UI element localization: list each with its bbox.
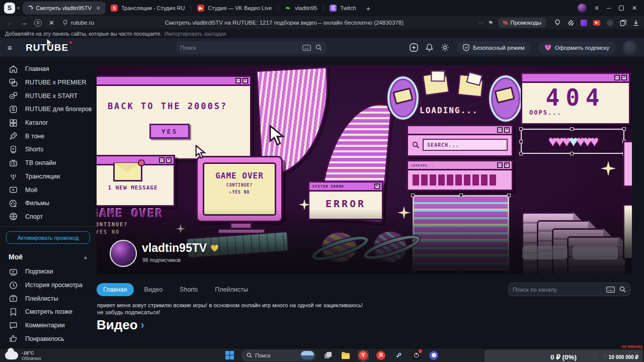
search-icon[interactable] xyxy=(619,286,626,293)
site-search-input[interactable]: Поиск xyxy=(176,41,326,54)
playlists-icon xyxy=(9,294,18,303)
sidebar-item-movies[interactable]: Фильмы xyxy=(0,197,97,210)
donation-progress-bar: 0 ₽ (0%) 10 000 000 ₽ xyxy=(485,350,642,362)
activate-promocode-button[interactable]: Активировать промокод xyxy=(6,231,90,244)
mirror-sticker-art xyxy=(387,76,419,120)
tab-playlists[interactable]: Плейлисты xyxy=(208,283,254,296)
promo-codes-button[interactable]: % Промокоды xyxy=(498,18,546,28)
site-badge-icon[interactable] xyxy=(62,20,68,26)
tab-shorts[interactable]: Shorts xyxy=(173,283,204,296)
sidebar-item-catalog[interactable]: Каталог xyxy=(0,116,97,130)
bookmarks-bar: Добавляйте на эту панель сайты, которые … xyxy=(0,29,644,38)
sidebar-item-subscriptions[interactable]: Подписки xyxy=(0,265,97,279)
file-explorer-button[interactable] xyxy=(340,350,351,361)
browser-logo-icon[interactable]: S xyxy=(34,19,42,27)
sidebar-item-streams[interactable]: Трансляции xyxy=(0,170,97,184)
minimize-window-icon[interactable]: ─ xyxy=(606,5,611,12)
browser-tab[interactable]: S Трансляции - Студия RU xyxy=(106,2,190,15)
sidebar-item-mine[interactable]: Моё xyxy=(0,183,97,197)
more-options-icon[interactable]: ⋯ xyxy=(478,19,485,26)
tab-videos[interactable]: Видео xyxy=(138,283,170,296)
gradient-heart-icon xyxy=(544,44,551,51)
sidebar-my-section-header[interactable]: Моё ▲ xyxy=(9,253,88,261)
notifications-bell-icon[interactable] xyxy=(426,43,433,52)
import-bookmarks-link[interactable]: Импортировать закладки xyxy=(164,31,225,37)
sidebar-item-history[interactable]: История просмотра xyxy=(0,279,97,292)
banner-2000s-text: BACK TO THE 2000S? xyxy=(97,101,250,111)
weather-widget[interactable]: -18°C Облачно xyxy=(0,350,96,361)
sidebar-item-bloggers[interactable]: RUTUBE для блогеров xyxy=(0,103,97,116)
extension-hatch-icon[interactable] xyxy=(567,19,575,27)
theme-toggle-sun-icon[interactable] xyxy=(441,43,449,52)
yandex-search-button[interactable]: Я xyxy=(375,350,386,361)
subscribe-button[interactable]: Оформить подписку xyxy=(538,41,615,54)
close-window-icon[interactable]: ✕ xyxy=(632,5,637,12)
browser-tab[interactable]: ᗧ Twitch xyxy=(325,2,361,15)
sidebar-item-sport[interactable]: Спорт xyxy=(0,210,97,224)
tv-icon xyxy=(9,158,18,168)
browser-tab[interactable]: ❧ vladtin95 xyxy=(279,2,322,15)
forward-icon[interactable]: → xyxy=(21,19,27,27)
sidebar-item-watch-later[interactable]: Смотреть позже xyxy=(0,305,97,319)
taskbar-search-input[interactable]: Поиск xyxy=(242,350,316,361)
folder-sticker-art xyxy=(423,75,450,97)
restore-window-icon[interactable] xyxy=(619,6,624,11)
back-icon[interactable]: ← xyxy=(7,19,14,27)
downloads-icon[interactable] xyxy=(632,19,640,27)
loading-action-button[interactable] xyxy=(522,246,568,259)
extension-bulb-icon[interactable] xyxy=(553,19,561,27)
extension-purple-icon[interactable] xyxy=(580,19,588,27)
bookmark-flag-icon[interactable]: ⚑ xyxy=(488,20,493,26)
hamburger-menu-icon[interactable]: ≡ xyxy=(8,43,17,52)
tab-group-avatar[interactable]: S xyxy=(4,3,15,14)
steam-button[interactable] xyxy=(393,350,404,361)
task-view-button[interactable] xyxy=(323,350,334,361)
vk-video-favicon: ▶ xyxy=(197,5,204,12)
search-highlight-thumbnail xyxy=(301,351,314,359)
upload-video-icon[interactable] xyxy=(410,43,418,52)
envelope-icon xyxy=(113,162,142,182)
channel-search-input[interactable]: Поиск по каналу xyxy=(508,283,630,296)
sidebar-item-premier[interactable]: RUTUBE x PREMIER xyxy=(0,76,97,89)
channel-avatar[interactable] xyxy=(110,240,137,267)
extension-dark-icon[interactable] xyxy=(606,19,614,27)
sidebar-item-liked[interactable]: Понравилось xyxy=(0,332,97,345)
browser-tab-active[interactable]: Смотреть vladtin95TV ✕ xyxy=(23,2,106,15)
extension-video-icon[interactable]: ▶ xyxy=(593,19,601,27)
sidebar-item-shorts[interactable]: Shorts xyxy=(0,143,97,156)
sidebar-item-tv[interactable]: ТВ онлайн xyxy=(0,156,97,170)
obs-button[interactable] xyxy=(411,350,422,361)
sidebar-item-start[interactable]: RUTUBE x START xyxy=(0,89,97,103)
extension-cards-icon[interactable] xyxy=(619,19,627,27)
sidebar-item-playlists[interactable]: Плейлисты xyxy=(0,292,97,305)
search-icon[interactable] xyxy=(315,44,322,51)
stop-loading-icon[interactable]: ✕ xyxy=(49,19,54,27)
shorts-icon xyxy=(9,145,18,154)
app-button[interactable] xyxy=(428,350,439,361)
sidebar-item-comments[interactable]: Комментарии xyxy=(0,319,97,332)
user-avatar[interactable] xyxy=(623,41,637,55)
loading-action-button[interactable] xyxy=(573,246,618,259)
keyboard-icon[interactable] xyxy=(302,45,311,51)
broadcast-icon xyxy=(9,171,18,181)
rutube-logo[interactable]: RUTUBE xyxy=(26,42,68,53)
new-tab-button[interactable]: + xyxy=(366,4,371,13)
sidebar-item-home[interactable]: Главная xyxy=(0,62,97,76)
videos-section-header[interactable]: Видео › xyxy=(97,317,144,333)
description-line: не забудь подписаться! xyxy=(97,309,363,316)
start-button[interactable] xyxy=(224,350,235,361)
safe-mode-button[interactable]: Безопасный режим xyxy=(457,41,531,54)
profile-avatar[interactable] xyxy=(578,4,587,13)
my-videos-icon xyxy=(9,185,18,195)
chevron-down-icon[interactable]: ▾ xyxy=(17,6,20,11)
close-tab-icon[interactable]: ✕ xyxy=(96,5,101,12)
url-text[interactable]: rutube.ru xyxy=(71,20,94,26)
sidebar-item-trending[interactable]: В тоне xyxy=(0,129,97,143)
keyboard-icon[interactable] xyxy=(606,287,615,293)
browser-menu-icon[interactable]: ≡ xyxy=(595,5,598,12)
yandex-browser-button[interactable]: Y xyxy=(358,350,369,361)
chevron-up-icon[interactable]: ▲ xyxy=(83,254,88,260)
browser-tab[interactable]: ▶ Студия — VK Видео Live xyxy=(192,2,277,15)
tab-home[interactable]: Главная xyxy=(97,283,134,296)
loading-window-title: LOADING... xyxy=(411,163,434,167)
